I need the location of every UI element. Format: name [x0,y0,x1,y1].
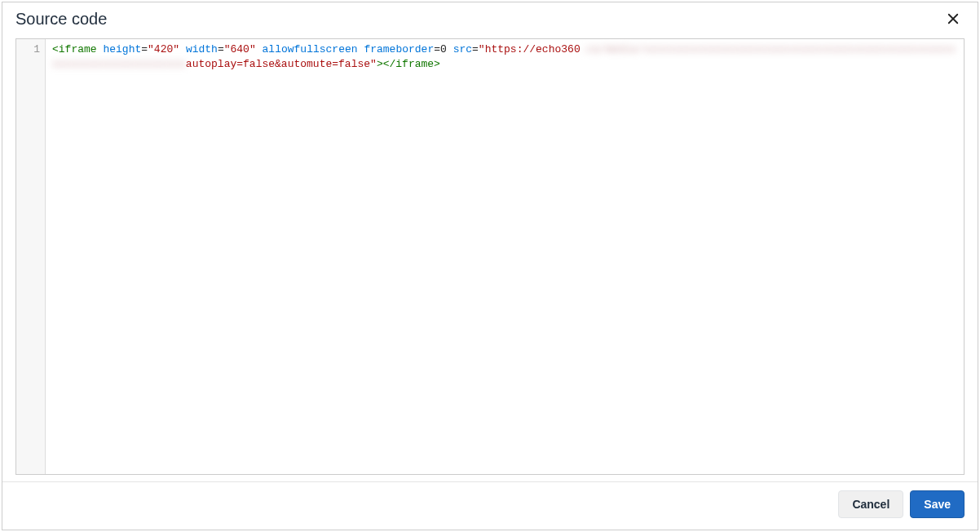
cancel-button[interactable]: Cancel [838,490,903,518]
line-number-gutter: 1 [16,39,46,474]
source-code-dialog: Source code 1 <iframe height="420" width… [2,2,978,530]
code-editor[interactable]: 1 <iframe height="420" width="640" allow… [15,38,965,475]
code-textarea[interactable]: <iframe height="420" width="640" allowfu… [46,39,964,474]
dialog-header: Source code [2,2,978,38]
dialog-title: Source code [15,10,107,29]
close-icon [946,11,960,26]
close-button[interactable] [942,7,965,30]
dialog-footer: Cancel Save [2,481,978,530]
save-button[interactable]: Save [910,490,965,518]
